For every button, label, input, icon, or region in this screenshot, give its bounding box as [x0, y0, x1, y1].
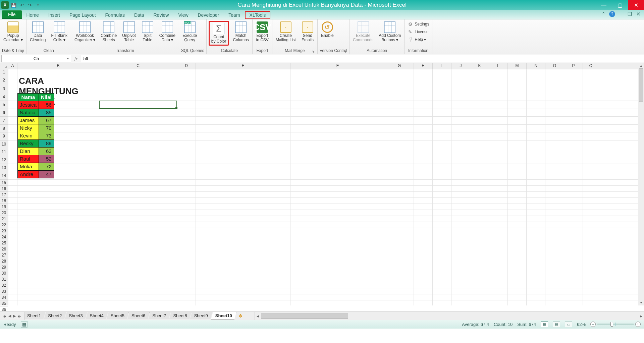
- sheet-tab-sheet3[interactable]: Sheet3: [65, 312, 87, 319]
- row-header-1[interactable]: 1: [0, 69, 8, 75]
- row-header-4[interactable]: 4: [0, 93, 8, 101]
- row-header-17[interactable]: 17: [0, 192, 8, 198]
- row-header-33[interactable]: 33: [0, 288, 8, 294]
- cell-name[interactable]: Jessica: [18, 101, 39, 109]
- tab-formulas[interactable]: Formulas: [101, 11, 129, 19]
- tab-page-layout[interactable]: Page Layout: [65, 11, 101, 19]
- add-custom-buttons-button[interactable]: Add Custom Buttons ▾: [377, 21, 402, 43]
- horizontal-scrollbar[interactable]: ◀ ▶: [255, 312, 644, 320]
- sheet-nav-first-icon[interactable]: ⏮: [2, 314, 7, 318]
- row-header-29[interactable]: 29: [0, 264, 8, 270]
- zoom-in-button[interactable]: +: [635, 322, 641, 327]
- combine-data-button[interactable]: Combine Data ▾: [158, 21, 177, 43]
- save-icon[interactable]: 💾: [11, 2, 17, 8]
- unpivot-table-button[interactable]: Unpivot Table: [121, 21, 137, 43]
- column-header-M[interactable]: M: [508, 63, 527, 69]
- window-restore-icon[interactable]: ❐: [627, 11, 633, 17]
- tab-view[interactable]: View: [173, 11, 193, 19]
- fill-blank-cells-button[interactable]: Fill Blank Cells ▾: [50, 21, 69, 43]
- sheet-tab-sheet2[interactable]: Sheet2: [44, 312, 66, 319]
- column-header-N[interactable]: N: [527, 63, 545, 69]
- close-button[interactable]: ✕: [628, 0, 644, 10]
- column-header-O[interactable]: O: [545, 63, 564, 69]
- maximize-button[interactable]: ▢: [612, 0, 628, 10]
- row-header-18[interactable]: 18: [0, 198, 8, 204]
- help-icon[interactable]: ?: [609, 11, 615, 17]
- row-header-11[interactable]: 11: [0, 148, 8, 156]
- row-header-13[interactable]: 13: [0, 164, 8, 172]
- cell-name[interactable]: Raul: [18, 155, 39, 163]
- column-header-L[interactable]: L: [489, 63, 508, 69]
- tab-developer[interactable]: Developer: [193, 11, 224, 19]
- fx-icon[interactable]: fx: [74, 56, 77, 61]
- dialog-launcher-icon[interactable]: ⬊: [312, 50, 315, 53]
- sheet-tab-sheet5[interactable]: Sheet5: [107, 312, 129, 319]
- tab-split-handle[interactable]: [245, 312, 251, 320]
- macro-record-icon[interactable]: ▦: [21, 321, 28, 328]
- row-header-12[interactable]: 12: [0, 156, 8, 164]
- match-columns-button[interactable]: Match Columns: [231, 21, 250, 43]
- view-normal-button[interactable]: ▦: [541, 321, 548, 327]
- row-header-16[interactable]: 16: [0, 186, 8, 192]
- execute-query-button[interactable]: SQLExecute Query: [181, 21, 198, 43]
- row-header-34[interactable]: 34: [0, 294, 8, 300]
- column-header-D[interactable]: D: [177, 63, 196, 69]
- select-all-button[interactable]: [0, 63, 8, 69]
- cell-value[interactable]: 67: [39, 116, 54, 124]
- column-header-Q[interactable]: Q: [583, 63, 599, 69]
- row-header-7[interactable]: 7: [0, 117, 8, 125]
- vertical-scrollbar[interactable]: ▲ ▼: [638, 63, 644, 305]
- row-header-9[interactable]: 9: [0, 132, 8, 140]
- row-header-27[interactable]: 27: [0, 252, 8, 258]
- dialog-launcher-icon[interactable]: ⬊: [21, 50, 23, 53]
- sheet-nav-prev-icon[interactable]: ◀: [8, 314, 12, 318]
- tab-xltools[interactable]: XLTools: [245, 11, 271, 19]
- row-header-2[interactable]: 2: [0, 75, 8, 85]
- row-header-6[interactable]: 6: [0, 109, 8, 117]
- scroll-down-icon[interactable]: ▼: [638, 300, 644, 305]
- cell-name[interactable]: Kevin: [18, 132, 39, 139]
- column-header-G[interactable]: G: [385, 63, 414, 69]
- ribbon-minimize-icon[interactable]: ⌃: [600, 11, 606, 17]
- tab-review[interactable]: Review: [149, 11, 174, 19]
- sheet-tab-sheet1[interactable]: Sheet1: [24, 312, 45, 319]
- row-header-26[interactable]: 26: [0, 246, 8, 252]
- undo-icon[interactable]: ↶: [19, 2, 25, 8]
- scroll-left-icon[interactable]: ◀: [255, 313, 261, 319]
- cell-name[interactable]: Becky: [18, 139, 39, 147]
- sheet-tab-sheet8[interactable]: Sheet8: [169, 312, 191, 319]
- dialog-launcher-icon[interactable]: ⬊: [344, 50, 346, 53]
- column-header-H[interactable]: H: [414, 63, 433, 69]
- sheet-tab-sheet6[interactable]: Sheet6: [127, 312, 150, 319]
- cell-value[interactable]: 63: [39, 147, 54, 155]
- cell-name[interactable]: James: [18, 116, 39, 124]
- view-page-layout-button[interactable]: ▤: [553, 321, 560, 327]
- data-cleaning-button[interactable]: Data Cleaning: [29, 21, 47, 43]
- row-header-30[interactable]: 30: [0, 270, 8, 276]
- count-by-color-button[interactable]: ΣCount by Color: [210, 22, 228, 44]
- window-min-icon[interactable]: —: [618, 11, 624, 17]
- cell-name[interactable]: Nicky: [18, 124, 39, 132]
- row-header-32[interactable]: 32: [0, 282, 8, 288]
- row-header-24[interactable]: 24: [0, 234, 8, 240]
- redo-icon[interactable]: ↷: [27, 2, 33, 8]
- minimize-button[interactable]: —: [596, 0, 612, 10]
- column-header-P[interactable]: P: [564, 63, 583, 69]
- column-header-J[interactable]: J: [451, 63, 470, 69]
- cell-name[interactable]: Moka: [18, 163, 39, 170]
- name-box[interactable]: C5 ▼: [1, 55, 71, 62]
- popup-calendar-button[interactable]: Popup Calendar ▾: [2, 21, 24, 43]
- zoom-level[interactable]: 62%: [577, 322, 586, 327]
- send-emails-button[interactable]: Send Emails: [300, 21, 315, 43]
- column-header-C[interactable]: C: [99, 63, 177, 69]
- row-header-31[interactable]: 31: [0, 276, 8, 282]
- vertical-scroll-thumb[interactable]: [639, 68, 643, 102]
- cell-value[interactable]: 56: [39, 101, 54, 109]
- row-header-35[interactable]: 35: [0, 300, 8, 306]
- sheet-nav-next-icon[interactable]: ▶: [12, 314, 16, 318]
- zoom-out-button[interactable]: −: [590, 322, 596, 327]
- column-header-K[interactable]: K: [470, 63, 489, 69]
- column-header-B[interactable]: B: [17, 63, 99, 69]
- qat-custom-icon[interactable]: ▾: [35, 2, 41, 8]
- create-mailing-list-button[interactable]: Create Mailing List: [274, 21, 297, 43]
